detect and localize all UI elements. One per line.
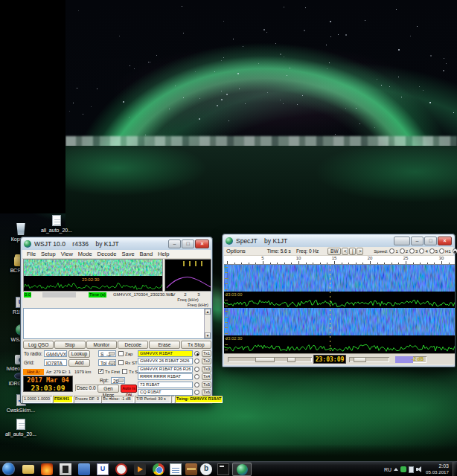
tx-message-field-2[interactable]: GM4VVX 26 R1BAT 2626 [138, 358, 193, 364]
speed-radio-dot-1[interactable] [389, 248, 394, 254]
console-icon[interactable] [217, 463, 229, 475]
bw-button[interactable]: BW [327, 248, 341, 255]
decode-button[interactable]: Decode [118, 341, 148, 349]
close-button[interactable]: × [438, 237, 452, 245]
wsjt-titlebar[interactable]: WSJT 10.0 r4336 by K1JT – □ × [22, 238, 211, 250]
wsjt-menu-view[interactable]: View [59, 251, 75, 257]
auto-is-on-button[interactable]: Auto is ON [121, 385, 137, 393]
zero-slider-track[interactable] [349, 357, 389, 362]
chrome-icon[interactable] [153, 463, 164, 475]
decode-text-area[interactable]: ▲ ▼ [23, 308, 211, 339]
desktop-icon-all-auto-20-[interactable]: all_auto_20... [37, 215, 76, 234]
tray-expand-arrow-icon[interactable] [394, 468, 398, 471]
minimize-button[interactable]: – [411, 237, 424, 245]
speed-radio-dot-3[interactable] [409, 248, 415, 254]
tol-spinner[interactable]: Tol 400 [98, 359, 116, 366]
tx-message-field-5[interactable]: 73 R1BAT [138, 382, 193, 388]
tx-message-field-3[interactable]: GM4VVX R1BAT R26 R26 [138, 366, 193, 373]
nav-center-button[interactable]: | [349, 248, 356, 255]
erase-button[interactable]: Erase [149, 341, 179, 349]
speed-radio-2[interactable]: 2 [400, 248, 408, 254]
tx-select-radio-5[interactable] [194, 382, 199, 387]
tx-select-radio-6[interactable] [194, 390, 199, 395]
sync-spinner[interactable]: S -2 [98, 350, 116, 357]
tx-select-radio-2[interactable] [194, 358, 199, 364]
tx-message-field-6[interactable]: CQ R1BAT [138, 389, 193, 396]
portrait-icon[interactable] [60, 463, 71, 475]
options-menu[interactable]: Options [224, 248, 248, 254]
folder-icon[interactable] [22, 465, 34, 474]
add-button[interactable]: Add [68, 359, 90, 367]
tray-app-icon[interactable] [400, 466, 406, 472]
speed-radio-dot-h2[interactable] [453, 248, 457, 254]
speed-radio-dot-4[interactable] [419, 248, 424, 254]
desktop-icon-all-auto-20-[interactable]: all_auto_20... [1, 419, 40, 437]
scroll-down-arrow[interactable]: ▼ [205, 332, 211, 338]
scroll-up-arrow[interactable]: ▲ [205, 309, 211, 315]
zero-slider-handle[interactable] [354, 357, 366, 362]
speed-radio-h2[interactable]: H2 [453, 248, 457, 254]
gain-slider-handle[interactable] [287, 357, 295, 362]
wsjt-menu-band[interactable]: Band [138, 251, 156, 257]
spectrogram-display[interactable]: 23:03:00 23:02:30 [224, 265, 455, 353]
nav-right-button[interactable]: > [357, 248, 363, 255]
wsjt-menu-decode[interactable]: Decode [95, 251, 119, 257]
lookup-button[interactable]: Lookup [68, 350, 90, 358]
tx1-button[interactable]: Tx1 [202, 350, 211, 357]
tx-select-radio-1[interactable] [194, 351, 199, 356]
wsjt-menu-mode[interactable]: Mode [76, 251, 95, 257]
tx5-button[interactable]: Tx5 [202, 382, 211, 388]
flame-icon[interactable] [41, 463, 53, 475]
tx3-button[interactable]: Tx3 [202, 366, 211, 373]
wsjt-taskbar-button[interactable] [232, 463, 252, 476]
waterfall-display[interactable]: 23:02:30 [23, 259, 163, 292]
window-extra-button[interactable] [394, 237, 410, 245]
grid-input[interactable]: IO78TA [44, 359, 67, 366]
to-radio-input[interactable]: GM4VVX [44, 350, 67, 357]
gen-msgs-button[interactable]: Gen Msgs [98, 385, 119, 393]
start-button[interactable] [2, 463, 15, 475]
round-app-icon[interactable]: b [200, 463, 212, 475]
gain-slider-track[interactable] [228, 357, 312, 362]
tx-first-checkbox[interactable]: Tx First [98, 369, 120, 374]
tx-message-field-4[interactable]: RRRR RRRR R1BAT [138, 373, 193, 380]
play-icon[interactable] [134, 463, 146, 475]
show-desktop-button[interactable] [453, 462, 456, 476]
tray-clipboard-icon[interactable] [409, 466, 414, 473]
gain-slider-handle[interactable] [255, 357, 275, 362]
stop-button[interactable]: Stop [54, 341, 85, 349]
wsjt-menu-save[interactable]: Save [119, 251, 136, 257]
speed-radio-4[interactable]: 4 [419, 248, 427, 254]
logger-icon[interactable]: U [97, 463, 109, 475]
blue-app-icon[interactable] [78, 463, 90, 475]
log-qso-button[interactable]: Log QSO [23, 341, 54, 349]
close-button[interactable]: × [195, 239, 209, 248]
maximize-button[interactable]: □ [182, 239, 194, 248]
tx6-button[interactable]: Tx6 [202, 389, 211, 396]
tx-select-radio-4[interactable] [194, 374, 199, 379]
speed-radio-dot-h1[interactable] [439, 248, 444, 254]
decode-scrollbar[interactable]: ▲ ▼ [204, 309, 211, 338]
tx-stop-button[interactable]: Tx Stop [181, 341, 211, 349]
tx-select-radio-3[interactable] [194, 367, 199, 372]
disc-icon[interactable] [115, 463, 127, 475]
minimize-button[interactable]: – [168, 239, 181, 248]
volume-icon[interactable] [416, 466, 424, 473]
language-indicator[interactable]: RU [384, 467, 392, 472]
maximize-button[interactable]: □ [424, 237, 437, 245]
wsjt-menu-file[interactable]: File [25, 251, 38, 257]
rpt-spinner[interactable]: 26 [111, 377, 125, 384]
wsjt-menu-help[interactable]: Help [156, 251, 171, 257]
speed-radio-dot-5[interactable] [429, 248, 435, 254]
speed-radio-5[interactable]: 5 [429, 248, 438, 254]
tray-clock[interactable]: 2:03 05.03.2017 [426, 463, 450, 475]
speed-radio-1[interactable]: 1 [389, 248, 397, 254]
wallet-icon[interactable] [185, 463, 197, 475]
sync-graph-display[interactable] [164, 259, 211, 292]
notes-icon[interactable] [170, 463, 182, 475]
speed-radio-3[interactable]: 3 [409, 248, 418, 254]
rx-st-checkbox[interactable]: Rx ST [118, 360, 138, 365]
specjt-titlebar[interactable]: SpecJT by K1JT – □ × [223, 235, 454, 247]
nav-left-button[interactable]: < [342, 248, 348, 255]
monitor-button[interactable]: Monitor [86, 341, 117, 349]
